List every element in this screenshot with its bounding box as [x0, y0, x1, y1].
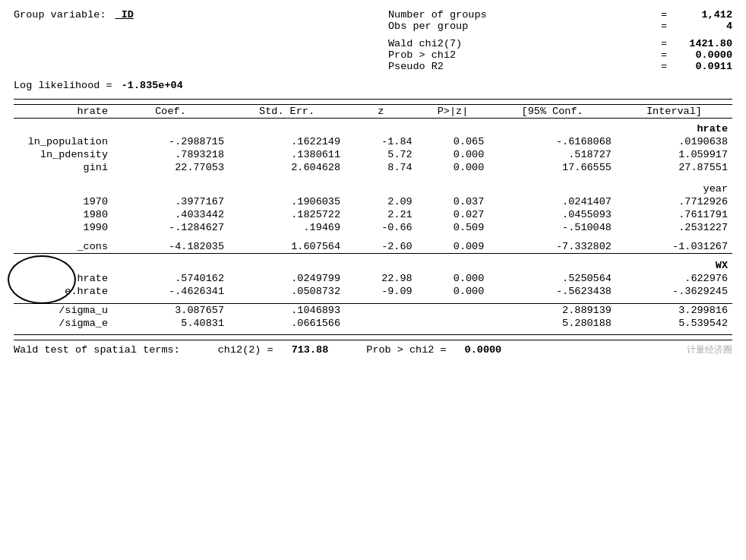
row-ci-lo: 17.66555	[488, 161, 616, 174]
row-ci-hi: .0190638	[616, 135, 732, 148]
log-likelihood: Log likelihood = -1.835e+04	[14, 80, 732, 91]
stat-row: Number of groups=1,412	[388, 9, 732, 21]
row-p: 0.009	[417, 240, 489, 254]
col-coef: Coef.	[112, 105, 229, 119]
stat-row: Obs per group=4	[388, 21, 732, 32]
row-label: ln_pdensity	[14, 148, 112, 161]
row-ci-hi: .622976	[616, 272, 732, 285]
results-table: hrate Coef. Std. Err. z P>|z| [95% Conf.…	[14, 104, 732, 330]
row-z: -2.60	[345, 240, 417, 254]
row-ci-hi: -.3629245	[616, 285, 732, 298]
row-z: 5.72	[345, 148, 417, 161]
row-se: .0249799	[229, 272, 345, 285]
table-row: hrate .5740162 .0249799 22.98 0.000 .525…	[14, 272, 732, 285]
row-coef: 3.087657	[112, 304, 229, 318]
table-row: ln_population -.2988715 .1622149 -1.84 0…	[14, 135, 732, 148]
row-ci-hi: .7611791	[616, 208, 732, 221]
row-coef: 22.77053	[112, 161, 229, 174]
row-z: -9.09	[345, 285, 417, 298]
row-coef: .4033442	[112, 208, 229, 221]
table-bottom-divider	[14, 334, 732, 335]
row-coef: -.2988715	[112, 135, 229, 148]
table-header-row: hrate Coef. Std. Err. z P>|z| [95% Conf.…	[14, 105, 732, 119]
table-row: gini 22.77053 2.604628 8.74 0.000 17.665…	[14, 161, 732, 174]
wald-stat: chi2(2) =	[218, 344, 273, 356]
row-ci-hi: 3.299816	[616, 304, 732, 318]
row-se: .1622149	[229, 135, 345, 148]
row-p: 0.037	[417, 195, 489, 208]
wald-label: Wald test of spatial terms:	[14, 344, 180, 356]
prob-val: 0.0000	[465, 344, 502, 356]
row-ci-lo: .518727	[488, 148, 616, 161]
row-ci-lo: .0455093	[488, 208, 616, 221]
row-p: 0.509	[417, 221, 489, 234]
row-p: 0.000	[417, 148, 489, 161]
row-coef: -.1284627	[112, 221, 229, 234]
row-ci-lo: -.5623438	[488, 285, 616, 298]
col-hrate: hrate	[14, 105, 112, 119]
group-variable-val: _ID	[115, 9, 134, 21]
row-se: .19469	[229, 221, 345, 234]
stat-row: Wald chi2(7)=1421.80	[388, 38, 732, 49]
row-coef: .3977167	[112, 195, 229, 208]
row-z	[345, 304, 417, 318]
stat-row: Prob > chi2=0.0000	[388, 49, 732, 61]
row-ci-hi: .7712926	[616, 195, 732, 208]
table-row: 1990 -.1284627 .19469 -0.66 0.509 -.5100…	[14, 221, 732, 234]
row-label: /sigma_e	[14, 317, 112, 330]
row-se: 1.607564	[229, 240, 345, 254]
col-p: P>|z|	[417, 105, 489, 119]
row-ci-lo: -.6168068	[488, 135, 616, 148]
ll-val: -1.835e+04	[122, 80, 183, 91]
row-z: 2.21	[345, 208, 417, 221]
row-coef: 5.40831	[112, 317, 229, 330]
output-block: Group variable: _ID Number of groups=1,4…	[14, 9, 732, 356]
row-p: 0.065	[417, 135, 489, 148]
row-p: 0.000	[417, 161, 489, 174]
row-se: .0661566	[229, 317, 345, 330]
row-label: 1970	[14, 195, 112, 208]
row-z: -0.66	[345, 221, 417, 234]
row-p	[417, 304, 489, 318]
section-label-row: hrate	[14, 119, 732, 136]
row-z: -1.84	[345, 135, 417, 148]
row-se: 2.604628	[229, 161, 345, 174]
row-ci-hi: 5.539542	[616, 317, 732, 330]
row-coef: .7893218	[112, 148, 229, 161]
row-ci-lo: .0241407	[488, 195, 616, 208]
table-row: 1970 .3977167 .1906035 2.09 0.037 .02414…	[14, 195, 732, 208]
row-se: .1046893	[229, 304, 345, 318]
table-row: 1980 .4033442 .1825722 2.21 0.027 .04550…	[14, 208, 732, 221]
row-p	[417, 317, 489, 330]
row-coef: -4.182035	[112, 240, 229, 254]
table-row: ln_pdensity .7893218 .1380611 5.72 0.000…	[14, 148, 732, 161]
row-label: hrate	[14, 272, 112, 285]
header-section: Group variable: _ID Number of groups=1,4…	[14, 9, 732, 72]
row-ci-hi: -1.031267	[616, 240, 732, 254]
row-label: _cons	[14, 240, 112, 254]
row-se: .1825722	[229, 208, 345, 221]
group-variable-label: Group variable:	[14, 9, 106, 21]
col-se: Std. Err.	[229, 105, 345, 119]
watermark: 计量经济圈	[687, 343, 732, 356]
row-label: 1980	[14, 208, 112, 221]
row-ci-hi: 1.059917	[616, 148, 732, 161]
row-p: 0.027	[417, 208, 489, 221]
wx-section-row: WX	[14, 257, 732, 272]
stat-row: Pseudo R2=0.0911	[388, 61, 732, 72]
row-se: .1906035	[229, 195, 345, 208]
bottom-bar: Wald test of spatial terms: chi2(2) = 71…	[14, 340, 732, 356]
row-p: 0.000	[417, 285, 489, 298]
row-ci-lo: 2.889139	[488, 304, 616, 318]
row-z: 8.74	[345, 161, 417, 174]
row-ci-lo: 5.280188	[488, 317, 616, 330]
row-label: ln_population	[14, 135, 112, 148]
row-coef: -.4626341	[112, 285, 229, 298]
wald-val: 713.88	[292, 344, 329, 356]
row-label: gini	[14, 161, 112, 174]
row-ci-hi: .2531227	[616, 221, 732, 234]
row-label: e.hrate	[14, 285, 112, 298]
wx-label: WX	[716, 260, 728, 271]
row-p: 0.000	[417, 272, 489, 285]
row-label: 1990	[14, 221, 112, 234]
